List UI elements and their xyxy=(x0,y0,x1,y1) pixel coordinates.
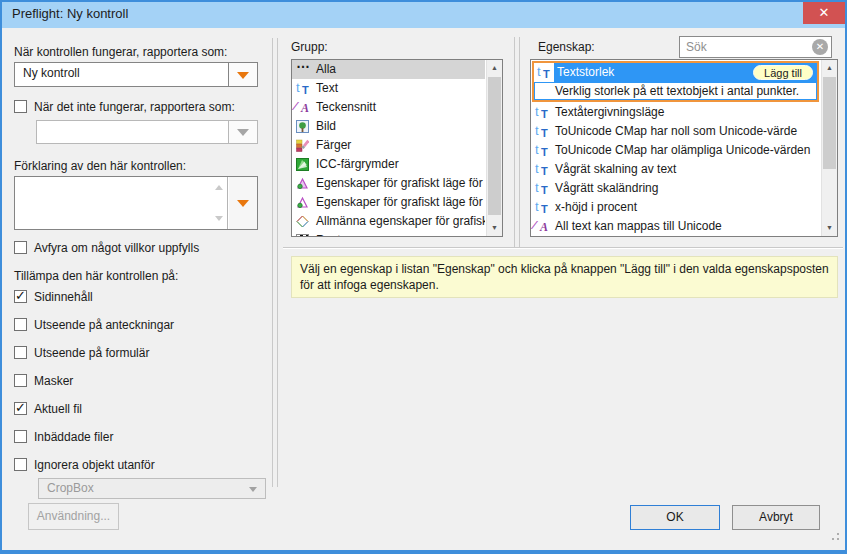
scroll-down-icon[interactable]: ▼ xyxy=(487,220,502,236)
gstate-general-icon xyxy=(296,215,310,228)
report-fail-label: När det inte fungerar, rapportera som: xyxy=(34,100,235,114)
scroll-down-icon[interactable]: ▼ xyxy=(822,220,837,236)
group-item-label: Raster xyxy=(316,231,351,236)
group-item-gstate-general[interactable]: Allmänna egenskaper för grafiskt xyxy=(292,212,485,231)
group-item-alla[interactable]: Alla xyxy=(292,60,485,79)
checkbox-label: Ignorera objekt utanför xyxy=(34,458,155,472)
resize-grip[interactable] xyxy=(830,531,840,541)
property-item[interactable]: ToUnicode CMap har noll som Unicode-värd… xyxy=(531,122,820,141)
property-item-label: ToUnicode CMap har olämpliga Unicode-vär… xyxy=(555,141,810,160)
scroll-down-icon[interactable] xyxy=(215,216,223,221)
search-clear-button[interactable]: ✕ xyxy=(812,39,828,55)
search-box: ✕ xyxy=(679,36,832,58)
checkbox-label: Masker xyxy=(34,374,73,388)
dialog-title: Preflight: Ny kontroll xyxy=(12,6,128,21)
property-item-label: Textåtergivningsläge xyxy=(555,103,664,122)
checkbox-annotations[interactable] xyxy=(14,318,27,331)
usage-button[interactable]: Användning... xyxy=(28,503,119,530)
group-item-label: Egenskaper för grafiskt läge för l xyxy=(316,193,485,212)
group-item-font[interactable]: Teckensnitt xyxy=(292,98,485,117)
report-success-value: Ny kontroll xyxy=(23,66,80,80)
hint-info-box: Välj en egenskap i listan "Egenskap" och… xyxy=(291,256,838,298)
group-item-label: Egenskaper för grafiskt läge för f xyxy=(316,174,485,193)
property-item[interactable]: ToUnicode CMap har olämpliga Unicode-vär… xyxy=(531,141,820,160)
scroll-up-icon[interactable] xyxy=(215,185,223,190)
checkbox-label: Aktuell fil xyxy=(34,402,82,416)
checkbox-page-content[interactable] xyxy=(14,290,27,303)
group-item-image[interactable]: Bild xyxy=(292,117,485,136)
explanation-textarea[interactable] xyxy=(14,176,258,230)
checkbox-label: Sidinnehåll xyxy=(34,290,93,304)
property-item[interactable]: All text kan mappas till Unicode xyxy=(531,217,820,236)
group-item-gstate-stroke[interactable]: Egenskaper för grafiskt läge för l xyxy=(292,193,485,212)
checkbox-embedded-files[interactable] xyxy=(14,430,27,443)
search-input[interactable] xyxy=(686,39,804,55)
scroll-spinner[interactable] xyxy=(210,177,228,229)
text-icon xyxy=(537,66,551,79)
gstate-stroke-icon xyxy=(296,196,310,209)
property-label: Egenskap: xyxy=(538,40,595,54)
close-button[interactable]: ✕ xyxy=(803,2,845,24)
property-item[interactable]: x-höjd i procent xyxy=(531,198,820,217)
scroll-up-icon[interactable]: ▲ xyxy=(822,60,837,76)
boundary-dropdown[interactable]: CropBox xyxy=(38,478,266,499)
report-success-dropdown[interactable]: Ny kontroll xyxy=(14,62,258,87)
image-icon xyxy=(296,120,310,133)
group-item-gstate-fill[interactable]: Egenskaper för grafiskt läge för f xyxy=(292,174,485,193)
titlebar[interactable]: Preflight: Ny kontroll ✕ xyxy=(2,2,845,28)
text-icon xyxy=(296,82,310,95)
report-fail-checkbox[interactable] xyxy=(14,100,27,113)
property-item[interactable]: Vågrät skalning av text xyxy=(531,160,820,179)
property-rows: Textstorlek Lägg till Verklig storlek på… xyxy=(531,60,820,236)
checkbox-ignore-outside[interactable] xyxy=(14,458,27,471)
group-scrollbar[interactable]: ▲ ▼ xyxy=(486,60,502,236)
chevron-down-icon xyxy=(249,487,257,492)
property-item[interactable]: Textåtergivningsläge xyxy=(531,103,820,122)
dropdown-arrow-icon xyxy=(237,72,249,79)
property-item[interactable]: Vågrätt skaländring xyxy=(531,179,820,198)
group-item-icc[interactable]: ICC-färgrymder xyxy=(292,155,485,174)
checkbox-label: Inbäddade filer xyxy=(34,430,113,444)
group-item-label: Allmänna egenskaper för grafiskt xyxy=(316,212,485,231)
property-scrollbar[interactable]: ▲ ▼ xyxy=(821,60,837,236)
scrollbar-thumb[interactable] xyxy=(823,77,836,169)
checkbox-current-file[interactable] xyxy=(14,402,27,415)
checkbox-label: Utseende på formulär xyxy=(34,346,149,360)
gstate-fill-icon xyxy=(296,177,310,190)
group-item-label: Alla xyxy=(316,60,336,79)
ok-button[interactable]: OK xyxy=(630,505,720,530)
scroll-up-icon[interactable]: ▲ xyxy=(487,60,502,76)
group-item-colors[interactable]: Färger xyxy=(292,136,485,155)
property-item-selected[interactable]: Textstorlek Lägg till Verklig storlek på… xyxy=(532,61,819,102)
text-icon xyxy=(535,125,549,138)
report-fail-dropdown[interactable] xyxy=(36,120,258,144)
add-button[interactable]: Lägg till xyxy=(753,65,813,80)
cancel-button[interactable]: Avbryt xyxy=(732,505,820,530)
boundary-value: CropBox xyxy=(47,481,94,495)
report-success-label: När kontrollen fungerar, rapportera som: xyxy=(14,45,227,59)
selected-property-description: Verklig storlek på ett textobjekt i anta… xyxy=(534,82,817,100)
checkbox-masks[interactable] xyxy=(14,374,27,387)
property-item-label: Vågrätt skaländring xyxy=(555,179,658,198)
apply-to-label: Tillämpa den här kontrollen på: xyxy=(14,269,178,283)
font-icon xyxy=(296,101,310,114)
selected-property-label: Textstorlek xyxy=(557,63,614,82)
explanation-dropdown-button[interactable] xyxy=(229,177,257,229)
property-listbox: Textstorlek Lägg till Verklig storlek på… xyxy=(530,59,838,237)
panel-divider xyxy=(272,38,273,487)
section-divider xyxy=(283,248,843,249)
scrollbar-thumb[interactable] xyxy=(488,77,501,215)
fire-condition-label: Avfyra om något villkor uppfylls xyxy=(34,241,199,255)
text-icon xyxy=(535,182,549,195)
selected-property-row[interactable]: Textstorlek Lägg till xyxy=(534,63,817,82)
dropdown-arrow-icon xyxy=(237,129,249,136)
group-item-halftone[interactable]: Raster xyxy=(292,231,485,236)
checkbox-label: Utseende på anteckningar xyxy=(34,318,174,332)
icc-icon xyxy=(296,158,310,171)
fire-condition-checkbox[interactable] xyxy=(14,241,27,254)
group-item-label: Teckensnitt xyxy=(316,98,376,117)
explanation-label: Förklaring av den här kontrollen: xyxy=(14,159,186,173)
text-icon xyxy=(535,201,549,214)
group-item-text[interactable]: Text xyxy=(292,79,485,98)
checkbox-forms[interactable] xyxy=(14,346,27,359)
